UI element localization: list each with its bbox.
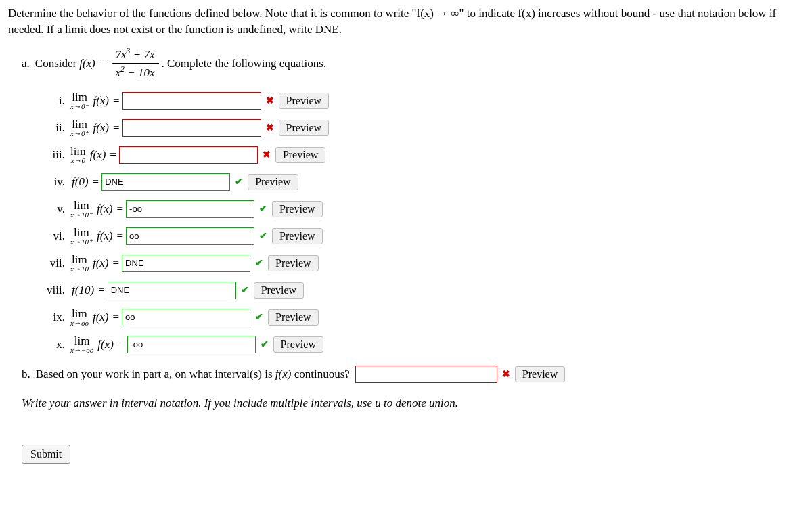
limit-row: vii.limx→10f(x) = ✔Preview: [41, 252, 804, 275]
equals-sign: =: [118, 336, 125, 353]
roman-numeral: vii.: [41, 255, 70, 271]
function-label: f(0): [72, 174, 89, 190]
check-icon: ✔: [257, 202, 269, 216]
answer-input[interactable]: [127, 336, 256, 353]
function-label: f(x): [97, 336, 114, 353]
function-label: f(10): [72, 282, 94, 299]
answer-input[interactable]: [122, 309, 250, 326]
part-a-fx: f(x) =: [79, 56, 106, 72]
equals-sign: =: [98, 282, 105, 299]
limit-notation: limx→10⁺: [70, 227, 93, 246]
limit-row: viii.f(10) = ✔Preview: [41, 279, 804, 302]
roman-numeral: vi.: [41, 228, 70, 244]
equals-sign: =: [117, 228, 124, 244]
equals-sign: =: [113, 120, 120, 136]
limit-notation: limx→0: [70, 146, 86, 164]
preview-button[interactable]: Preview: [272, 228, 322, 244]
limit-row: i.limx→0⁻f(x) = ✖Preview: [41, 89, 804, 112]
function-label: f(x): [93, 255, 109, 271]
preview-button[interactable]: Preview: [275, 147, 325, 163]
roman-numeral: ii.: [41, 120, 70, 136]
part-b-text: Based on your work in part a, on what in…: [36, 366, 350, 382]
part-a-label: a.: [22, 56, 30, 72]
roman-numeral: v.: [41, 201, 70, 217]
part-b-input[interactable]: [355, 366, 497, 383]
answer-input[interactable]: [108, 282, 236, 299]
answer-input[interactable]: [126, 200, 254, 218]
equals-sign: =: [93, 174, 99, 190]
limit-row: ix.limx→oof(x) = ✔Preview: [41, 306, 804, 329]
function-label: f(x): [97, 228, 113, 244]
equals-sign: =: [113, 309, 120, 326]
check-icon: ✔: [257, 229, 269, 243]
preview-button[interactable]: Preview: [268, 255, 318, 271]
limit-row: x.limx→−oof(x) = ✔Preview: [41, 333, 804, 356]
part-b-label: b.: [22, 366, 30, 382]
limit-notation: limx→oo: [70, 308, 89, 327]
check-icon: ✔: [233, 175, 245, 189]
check-icon: ✔: [253, 257, 265, 270]
function-label: f(x): [90, 147, 106, 163]
limit-notation: limx→10⁻: [70, 200, 93, 219]
limit-notation: limx→−oo: [70, 335, 93, 354]
limit-row: iv.f(0) = ✔Preview: [41, 171, 804, 194]
answer-input[interactable]: [122, 255, 250, 272]
roman-numeral: x.: [41, 336, 70, 353]
submit-button[interactable]: Submit: [22, 445, 70, 464]
equals-sign: =: [113, 255, 120, 271]
function-label: f(x): [93, 309, 109, 326]
part-a-after: . Complete the following equations.: [162, 56, 327, 72]
limit-row: iii.limx→0f(x) = ✖Preview: [41, 143, 804, 167]
limit-notation: limx→0⁺: [70, 118, 89, 137]
preview-button[interactable]: Preview: [515, 366, 565, 382]
roman-numeral: iv.: [41, 174, 70, 190]
preview-button[interactable]: Preview: [268, 309, 318, 326]
part-a-consider: Consider: [35, 56, 76, 72]
equals-sign: =: [117, 201, 124, 217]
function-label: f(x): [93, 120, 109, 136]
function-label: f(x): [93, 93, 109, 109]
cross-icon: ✖: [264, 94, 276, 108]
check-icon: ✔: [253, 311, 265, 324]
part-b-row: b. Based on your work in part a, on what…: [22, 363, 804, 386]
check-icon: ✔: [239, 284, 251, 297]
cross-icon: ✖: [261, 148, 273, 162]
roman-numeral: iii.: [41, 147, 70, 163]
roman-numeral: ix.: [41, 309, 70, 326]
cross-icon: ✖: [264, 121, 276, 135]
limit-notation: limx→10: [70, 254, 89, 273]
answer-input[interactable]: [122, 119, 261, 137]
cross-icon: ✖: [500, 368, 512, 381]
answer-input[interactable]: [126, 227, 254, 245]
roman-numeral: i.: [41, 93, 70, 109]
hint-text: Write your answer in interval notation. …: [22, 395, 804, 412]
function-label: f(x): [97, 201, 113, 217]
preview-button[interactable]: Preview: [273, 336, 323, 353]
intro-text: Determine the behavior of the functions …: [8, 5, 804, 38]
answer-input[interactable]: [119, 146, 258, 164]
limit-row: vi.limx→10⁺f(x) = ✔Preview: [41, 225, 804, 248]
part-a: a. Consider f(x) = 7x3 + 7x x2 − 10x . C…: [22, 46, 804, 81]
equals-sign: =: [110, 147, 116, 163]
answer-input[interactable]: [102, 173, 230, 191]
answer-input[interactable]: [122, 92, 261, 110]
check-icon: ✔: [258, 338, 271, 351]
preview-button[interactable]: Preview: [272, 201, 322, 217]
part-a-fraction: 7x3 + 7x x2 − 10x: [112, 46, 159, 81]
limit-row: v.limx→10⁻f(x) = ✔Preview: [41, 198, 804, 221]
limit-row: ii.limx→0⁺f(x) = ✖Preview: [41, 116, 804, 139]
preview-button[interactable]: Preview: [254, 282, 304, 299]
equals-sign: =: [113, 93, 120, 109]
limit-notation: limx→0⁻: [70, 91, 89, 110]
preview-button[interactable]: Preview: [279, 120, 329, 136]
preview-button[interactable]: Preview: [248, 174, 298, 190]
roman-numeral: viii.: [41, 282, 70, 299]
preview-button[interactable]: Preview: [279, 93, 329, 109]
